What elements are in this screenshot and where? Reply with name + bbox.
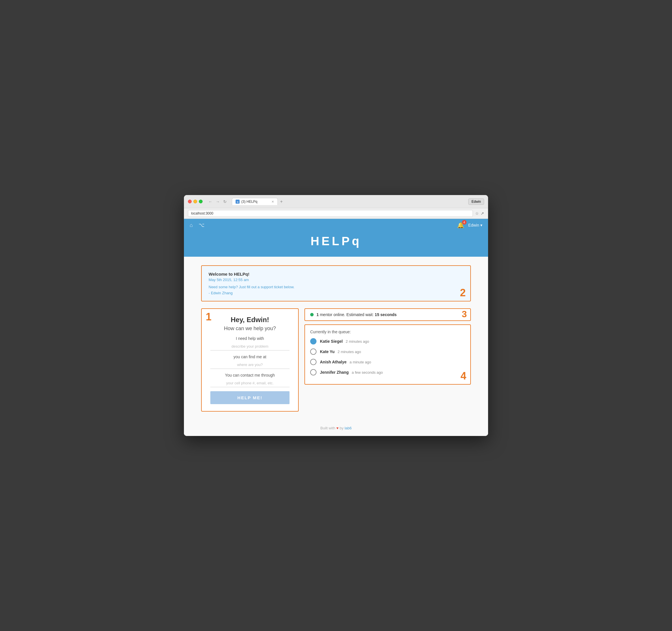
app-header: ⌂ ⌥ 🔔 4 Edwin ▾ HELPq [184,219,488,257]
user-menu-label: Edwin [468,223,479,227]
tab-close-button[interactable]: ✕ [271,200,274,204]
mentor-panel-number: 3 [462,310,467,319]
header-icons-right: 🔔 4 Edwin ▾ [457,222,482,228]
queue-item-4: Jennifer Zhang a few seconds ago [310,369,465,375]
browser-nav: ← → ↻ [207,199,228,204]
star-icon[interactable]: ☆ [475,211,479,216]
header-top: ⌂ ⌥ 🔔 4 Edwin ▾ [184,219,488,232]
share-network-icon[interactable]: ⌥ [198,222,205,228]
user-profile-button[interactable]: Edwin [468,198,484,205]
queue-name-3: Anish Athalye [320,360,346,364]
queue-column: 1 mentor online. Estimated wait: 15 seco… [305,308,471,385]
mentor-status-label: mentor online. Estimated wait: [320,312,374,317]
form-subtitle: How can we help you? [210,325,289,332]
location-input[interactable] [210,361,289,369]
share-icon[interactable]: ↗ [481,211,484,216]
form-label-1: I need help with [210,336,289,341]
app-main: Welcome to HELPq! May 5th 2015, 12:55 am… [184,257,488,417]
tab-title: (3) HELPq [241,200,257,204]
footer-lab6-link[interactable]: lab6 [344,426,352,430]
queue-item-2: Kate Yu 2 minutes ago [310,348,465,355]
form-panel-number: 1 [206,312,212,322]
mentor-count: 1 [316,312,319,317]
welcome-panel-number: 2 [460,288,466,298]
queue-panel: Currently in the queue: Katie Siegel 2 m… [305,324,471,385]
queue-panel-number: 4 [460,371,466,381]
contact-input[interactable] [210,379,289,387]
browser-action-icons: ☆ ↗ [475,211,484,216]
home-icon[interactable]: ⌂ [190,222,193,228]
welcome-date: May 5th 2015, 12:55 am [209,277,463,282]
welcome-author: - Edwin Zhang [209,291,463,295]
mentor-wait-time: 15 seconds [375,312,397,317]
bottom-row: 1 Hey, Edwin! How can we help you? I nee… [201,308,471,412]
problem-input[interactable] [210,342,289,350]
tab-bar: q (3) HELPq ✕ + [232,198,466,205]
traffic-lights [188,200,202,203]
user-menu[interactable]: Edwin ▾ [468,223,482,227]
queue-name-4: Jennifer Zhang [320,370,349,374]
queue-time-4: a few seconds ago [352,370,383,374]
welcome-panel: Welcome to HELPq! May 5th 2015, 12:55 am… [201,265,471,301]
browser-titlebar: ← → ↻ q (3) HELPq ✕ + Edwin [184,195,488,208]
tab-favicon: q [236,200,240,204]
queue-name-1: Katie Siegel [320,339,343,344]
browser-window: ← → ↻ q (3) HELPq ✕ + Edwin localhost:30… [184,195,488,436]
form-label-3: You can contact me through [210,373,289,378]
browser-tab[interactable]: q (3) HELPq ✕ [232,198,278,205]
queue-item-3: Anish Athalye a minute ago [310,359,465,365]
queue-time-3: a minute ago [350,360,371,364]
queue-avatar-3 [310,359,316,365]
app-wrapper: ⌂ ⌥ 🔔 4 Edwin ▾ HELPq [184,219,488,436]
new-tab-button[interactable]: + [278,199,285,204]
mentor-status-text: 1 mentor online. Estimated wait: 15 seco… [316,312,397,317]
back-button[interactable]: ← [207,199,214,204]
footer-built-with: Built with [320,426,335,430]
footer-by: by [340,426,344,430]
queue-time-2: 2 minutes ago [338,349,361,354]
notification-badge: 4 [462,220,466,224]
forward-button[interactable]: → [215,199,221,204]
app-title: HELPq [184,232,488,257]
address-bar-row: localhost:3000 ☆ ↗ [184,208,488,219]
minimize-button[interactable] [193,200,197,203]
queue-title: Currently in the queue: [310,330,465,334]
chevron-down-icon: ▾ [480,223,482,227]
reload-button[interactable]: ↻ [222,199,228,204]
queue-avatar-1 [310,338,316,344]
maximize-button[interactable] [199,200,202,203]
queue-time-1: 2 minutes ago [346,339,369,344]
form-greeting: Hey, Edwin! [210,316,289,324]
close-button[interactable] [188,200,192,203]
help-me-button[interactable]: HELP ME! [210,391,289,404]
welcome-title: Welcome to HELPq! [209,272,463,276]
mentor-status-panel: 1 mentor online. Estimated wait: 15 seco… [305,308,471,321]
queue-avatar-2 [310,348,316,355]
app-footer: Built with ♥ by lab6 [184,417,488,436]
notification-bell[interactable]: 🔔 4 [457,222,464,228]
address-bar[interactable]: localhost:3000 [188,210,473,217]
header-icons-left: ⌂ ⌥ [190,222,205,228]
welcome-message: Need some help? Just fill out a support … [209,285,463,289]
online-dot [310,313,314,316]
address-text: localhost:3000 [191,211,213,215]
queue-name-2: Kate Yu [320,349,335,354]
heart-icon: ♥ [336,426,339,430]
form-label-2: you can find me at [210,355,289,359]
queue-avatar-4 [310,369,316,375]
queue-item-1: Katie Siegel 2 minutes ago [310,338,465,344]
form-panel: 1 Hey, Edwin! How can we help you? I nee… [201,308,299,412]
